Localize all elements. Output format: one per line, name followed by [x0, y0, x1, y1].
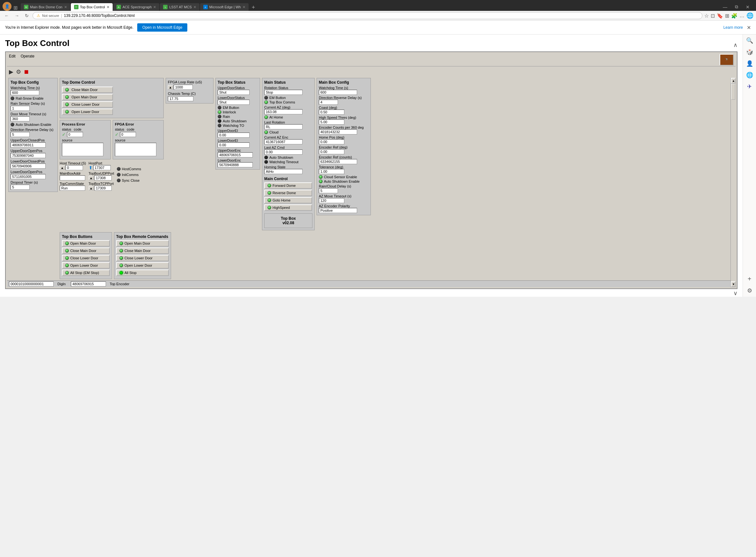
sidebar-discover-icon[interactable]: 🌐	[746, 71, 753, 79]
ie-banner-close[interactable]: ✕	[747, 25, 751, 31]
tab-close-main[interactable]: ✕	[64, 5, 67, 9]
upper-door-enc-val[interactable]	[218, 152, 253, 157]
mbc-coast-val[interactable]	[319, 110, 344, 115]
lower-door-open-input[interactable]	[10, 174, 45, 179]
collections-icon[interactable]: ⊞	[725, 13, 729, 19]
address-bar[interactable]: ⚠ Not secure | 139.229.170.46:8000/TopBo…	[33, 12, 702, 19]
current-az-val[interactable]	[264, 109, 303, 114]
sidebar-plus-icon[interactable]: +	[748, 275, 752, 283]
fe-code-input[interactable]	[120, 132, 136, 137]
door-move-input[interactable]	[10, 116, 30, 121]
lower-door-status-val[interactable]	[218, 100, 250, 105]
window-minimize[interactable]: —	[719, 3, 731, 11]
favorites-bar-icon[interactable]: 🔖	[717, 13, 723, 19]
tcp-port-input[interactable]	[94, 185, 112, 191]
forward-button[interactable]: →	[13, 12, 21, 19]
mbc-az-encoder-polarity-val[interactable]	[319, 208, 357, 213]
tab-sidebar-icon[interactable]: ⊞	[13, 5, 18, 11]
tbr-open-main[interactable]: Open Main Door	[116, 240, 169, 246]
tbb-open-lower[interactable]: Open Lower Door	[62, 262, 110, 269]
pe-source-input[interactable]	[62, 143, 103, 156]
window-restore[interactable]: ⧉	[731, 3, 742, 11]
tab-close-edge[interactable]: ✕	[243, 5, 245, 9]
menu-edit[interactable]: Edit	[9, 54, 15, 65]
tbr-close-main[interactable]: Close Main Door	[116, 247, 169, 254]
open-in-edge-button[interactable]: Open in Microsoft Edge	[137, 23, 187, 32]
tab-close-lsst[interactable]: ✕	[193, 5, 196, 9]
udp-port-input[interactable]	[94, 175, 112, 180]
tbr-all-stop[interactable]: All Stop	[116, 269, 169, 276]
upper-door-el-val[interactable]	[218, 133, 250, 138]
tbr-open-lower[interactable]: Open Lower Door	[116, 262, 169, 269]
close-main-door-btn[interactable]: Close Main Door	[62, 87, 113, 93]
lower-door-enc-val[interactable]	[218, 162, 253, 167]
homing-state-val[interactable]	[264, 169, 303, 174]
mbc-encoder-ref-counts-val[interactable]	[319, 159, 357, 164]
top-encoder-val[interactable]	[71, 282, 106, 287]
lower-door-closed-input[interactable]	[10, 164, 45, 169]
panel-scrollbar[interactable]: ▲ ▼	[730, 78, 735, 287]
profile-icon[interactable]: 👤	[3, 2, 11, 11]
favorites-icon[interactable]: ☆	[704, 13, 709, 19]
upper-door-status-val[interactable]	[218, 90, 250, 95]
sidebar-tools-icon[interactable]: ✈	[747, 83, 752, 90]
last-rotation-val[interactable]	[264, 124, 303, 129]
sidebar-copilot-icon[interactable]: 🎲	[746, 49, 753, 56]
top-comm-state-input[interactable]	[60, 185, 85, 191]
tab-top-box[interactable]: T Top Box Control ✕	[71, 3, 113, 11]
new-tab-button[interactable]: +	[249, 4, 258, 11]
reverse-dome-btn[interactable]: Reverse Dome	[264, 190, 312, 196]
tab-ace[interactable]: A ACE Spectrograph ✕	[113, 3, 160, 11]
sb-up-btn[interactable]: ▲	[731, 78, 735, 84]
tbb-open-main[interactable]: Open Main Door	[62, 240, 110, 246]
tab-main-box[interactable]: M Main Box Dome Con ✕	[21, 3, 70, 11]
window-close[interactable]: ✕	[742, 3, 753, 11]
rain-sensor-input[interactable]	[10, 106, 30, 111]
sb-down-btn[interactable]: ▼	[731, 282, 735, 287]
tbb-close-main[interactable]: Close Main Door	[62, 247, 110, 254]
host-timeout-input[interactable]	[65, 165, 83, 170]
tab-lsst[interactable]: L LSST AT MCS ✕	[160, 3, 199, 11]
toolbar-run-icon[interactable]: ▶	[9, 68, 13, 76]
mbc-tolerance-val[interactable]	[319, 169, 344, 174]
scroll-down-icon[interactable]: ∨	[733, 290, 737, 297]
learn-more-link[interactable]: Learn more	[723, 25, 743, 30]
dig-in-val[interactable]	[9, 282, 54, 287]
mbc-encoder-ref-deg-val[interactable]	[319, 149, 344, 154]
goto-home-btn[interactable]: Goto Home	[264, 197, 312, 203]
sb-thumb[interactable]	[731, 84, 735, 100]
spinbox-down-icon[interactable]: ▲	[60, 166, 65, 170]
close-lower-door-btn[interactable]: Close Lower Door	[62, 101, 113, 108]
lower-door-el-val[interactable]	[218, 142, 250, 148]
toolbar-gear-icon[interactable]: ⚙	[16, 68, 21, 76]
main-box-addr-input[interactable]	[60, 175, 85, 180]
mbc-az-move-val[interactable]	[319, 198, 344, 203]
tab-close-ace[interactable]: ✕	[153, 5, 156, 9]
host-port-input[interactable]	[93, 165, 111, 170]
split-screen-icon[interactable]: ⊡	[711, 13, 715, 19]
tab-edge[interactable]: e Microsoft Edge | Wh ✕	[200, 3, 249, 11]
mbc-encoder-counts-val[interactable]	[319, 129, 357, 135]
extensions-icon[interactable]: 🧩	[731, 13, 737, 19]
tab-close-top[interactable]: ✕	[106, 5, 109, 9]
dropout-timer-input[interactable]	[10, 185, 30, 190]
upper-door-open-input[interactable]	[10, 153, 45, 158]
sidebar-settings-icon[interactable]: ⚙	[747, 287, 752, 294]
toolbar-stop-icon[interactable]: ⏹	[24, 69, 29, 76]
fpga-loop-input[interactable]	[174, 85, 193, 90]
upper-door-closed-input[interactable]	[10, 142, 45, 148]
reload-button[interactable]: ↻	[23, 12, 31, 19]
dir-reverse-input[interactable]	[10, 132, 30, 137]
more-tools-icon[interactable]: …	[739, 13, 745, 19]
open-lower-door-btn[interactable]: Open Lower Door	[62, 109, 113, 115]
mbc-rain-cloud-val[interactable]	[319, 188, 338, 193]
sidebar-profile-icon[interactable]: 👤	[746, 60, 753, 67]
fe-source-input[interactable]	[115, 143, 156, 156]
menu-operate[interactable]: Operate	[21, 54, 34, 65]
mbc-watchdog-val[interactable]	[319, 90, 357, 95]
scroll-up-icon[interactable]: ∧	[733, 41, 737, 49]
tbb-all-stop[interactable]: All Stop (EM Stop)	[62, 269, 110, 276]
mbc-high-speed-val[interactable]	[319, 119, 344, 124]
sidebar-search-icon[interactable]: 🔍	[746, 37, 753, 44]
current-az-enc-val[interactable]	[264, 139, 303, 144]
